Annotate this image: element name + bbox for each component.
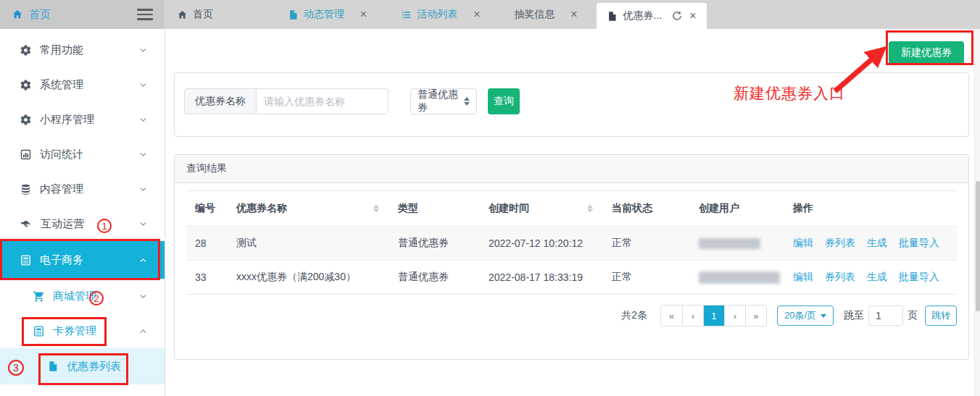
- page-size-select[interactable]: 20条/页: [777, 306, 834, 326]
- redacted-user-blur: [699, 271, 780, 284]
- coupon-type-value: 普通优惠券: [418, 88, 464, 114]
- jump-button[interactable]: 跳转: [925, 306, 957, 326]
- sidebar-item-label: 系统管理: [40, 78, 83, 92]
- main-content: 新建优惠券 优惠券名称 普通优惠券 查询 查询结果 编号 优惠券名称: [165, 29, 980, 396]
- sidebar-item-visit-statistics[interactable]: 访问统计: [0, 137, 165, 172]
- batch-import-link[interactable]: 批量导入: [899, 271, 939, 282]
- cell-name: 测试: [228, 237, 389, 250]
- table-header-row: 编号 优惠券名称 类型 创建时间 当前状态 创建用户 操作: [186, 190, 957, 227]
- search-button[interactable]: 查询: [488, 88, 520, 114]
- file-icon: [47, 361, 59, 372]
- sort-icon[interactable]: [587, 205, 593, 213]
- coupon-list-link[interactable]: 券列表: [825, 271, 855, 282]
- sidebar-item-card-coupon-management[interactable]: 卡券管理: [0, 313, 165, 348]
- cell-name: xxxx优惠券（满200减30）: [228, 271, 389, 284]
- cell-actions: 编辑 券列表 生成 批量导入: [784, 237, 957, 250]
- tab-coupon-active[interactable]: 优惠券... ×: [597, 3, 707, 29]
- vertical-scrollbar[interactable]: [974, 29, 980, 396]
- sidebar-item-label: 常用功能: [40, 43, 83, 57]
- sidebar-item-coupon-list[interactable]: 优惠券列表: [0, 348, 165, 384]
- last-page-button[interactable]: »: [745, 306, 766, 326]
- calculator-icon: [20, 254, 32, 266]
- batch-import-link[interactable]: 批量导入: [899, 237, 939, 248]
- chevron-down-icon: [138, 185, 148, 194]
- table-row: 33 xxxx优惠券（满200减30） 普通优惠券 2022-08-17 18:…: [186, 261, 957, 295]
- jump-page-input[interactable]: [868, 306, 903, 326]
- sidebar-item-label: 互动运营: [41, 217, 84, 231]
- sidebar-item-ecommerce[interactable]: 电子商务: [0, 241, 165, 279]
- edit-link[interactable]: 编辑: [793, 237, 813, 248]
- refresh-icon[interactable]: [672, 11, 682, 21]
- sidebar-item-miniprogram-management[interactable]: 小程序管理: [0, 102, 165, 137]
- total-count: 共2条: [621, 309, 647, 322]
- sidebar-item-label: 访问统计: [40, 148, 83, 161]
- page-1-button[interactable]: 1: [703, 306, 724, 326]
- coupon-type-select[interactable]: 普通优惠券: [410, 88, 477, 114]
- results-panel: 查询结果 编号 优惠券名称 类型 创建时间 当前状态 创建用户 操作: [174, 154, 969, 360]
- coupon-list-link[interactable]: 券列表: [825, 237, 855, 248]
- col-header-name[interactable]: 优惠券名称: [228, 202, 389, 215]
- select-arrows-icon: [464, 97, 470, 106]
- sidebar-item-label: 小程序管理: [40, 113, 94, 127]
- chevron-down-icon: [138, 292, 148, 301]
- cell-creator-redacted: [690, 238, 784, 249]
- edit-link[interactable]: 编辑: [793, 271, 813, 282]
- tab-lottery-info[interactable]: 抽奖信息 ×: [495, 0, 597, 29]
- caret-down-icon: [821, 314, 826, 318]
- generate-link[interactable]: 生成: [867, 271, 887, 282]
- sidebar-item-interactive-operations[interactable]: 互动运营: [0, 206, 165, 241]
- tab-label: 动态管理: [304, 8, 344, 21]
- coupon-name-label: 优惠券名称: [184, 88, 256, 114]
- generate-link[interactable]: 生成: [867, 237, 887, 248]
- tab-label: 首页: [193, 8, 213, 21]
- database-icon: [20, 183, 32, 195]
- close-icon[interactable]: ×: [689, 10, 696, 22]
- search-panel: 优惠券名称 普通优惠券 查询: [174, 72, 969, 137]
- home-icon: [177, 9, 188, 20]
- handshake-icon: [20, 217, 33, 230]
- tab-label: 抽奖信息: [514, 8, 555, 21]
- tab-dynamic-management[interactable]: 动态管理 ×: [268, 0, 386, 29]
- tab-label: 活动列表: [417, 8, 457, 21]
- page-size-value: 20条/页: [784, 309, 816, 322]
- page-buttons: « ‹ 1 › »: [660, 305, 767, 327]
- cart-icon: [33, 290, 45, 303]
- cell-status: 正常: [603, 237, 690, 250]
- hamburger-menu-icon[interactable]: [137, 6, 153, 23]
- scrollbar-thumb[interactable]: [976, 181, 980, 311]
- col-header-created[interactable]: 创建时间: [480, 202, 603, 215]
- chevron-down-icon: [138, 80, 148, 90]
- new-coupon-button[interactable]: 新建优惠券: [889, 41, 964, 64]
- close-icon[interactable]: ×: [570, 9, 577, 20]
- tab-bar: 首页 动态管理 × 活动列表 × 抽奖信息 × 优惠券... ×: [165, 0, 980, 29]
- sidebar-header: 首页: [0, 0, 165, 29]
- sidebar-item-mall-management[interactable]: 商城管理: [0, 279, 165, 313]
- file-icon: [288, 9, 299, 20]
- tab-home[interactable]: 首页: [165, 0, 268, 29]
- sort-icon[interactable]: [373, 205, 379, 213]
- table-row: 28 测试 普通优惠券 2022-07-12 10:20:12 正常 编辑 券列…: [186, 227, 957, 261]
- file-icon: [607, 11, 618, 22]
- tab-activity-list[interactable]: 活动列表 ×: [386, 0, 495, 29]
- sidebar-item-label: 卡券管理: [53, 324, 96, 338]
- pagination: 共2条 « ‹ 1 › » 20条/页 跳至 页 跳转: [186, 305, 957, 327]
- close-icon[interactable]: ×: [473, 9, 480, 20]
- close-icon[interactable]: ×: [360, 9, 367, 20]
- col-header-id: 编号: [186, 202, 228, 215]
- page-unit-label: 页: [908, 309, 918, 322]
- calculator-icon: [33, 325, 45, 337]
- sidebar-item-common-functions[interactable]: 常用功能: [0, 33, 165, 67]
- coupon-name-input[interactable]: [256, 88, 389, 114]
- results-panel-title: 查询结果: [175, 155, 968, 183]
- sidebar-item-content-management[interactable]: 内容管理: [0, 172, 165, 206]
- first-page-button[interactable]: «: [661, 306, 682, 326]
- next-page-button[interactable]: ›: [724, 306, 745, 326]
- cell-type: 普通优惠券: [389, 237, 480, 250]
- app-window: 首页 常用功能 系统管理 小程序管理 访问统计: [0, 0, 980, 396]
- prev-page-button[interactable]: ‹: [682, 306, 703, 326]
- results-table: 编号 优惠券名称 类型 创建时间 当前状态 创建用户 操作 28 测试 普通优惠: [186, 190, 957, 295]
- sidebar: 首页 常用功能 系统管理 小程序管理 访问统计: [0, 0, 165, 396]
- sidebar-item-label: 电子商务: [40, 253, 83, 267]
- sidebar-menu: 常用功能 系统管理 小程序管理 访问统计 内容管理: [0, 29, 165, 384]
- sidebar-item-system-management[interactable]: 系统管理: [0, 67, 165, 102]
